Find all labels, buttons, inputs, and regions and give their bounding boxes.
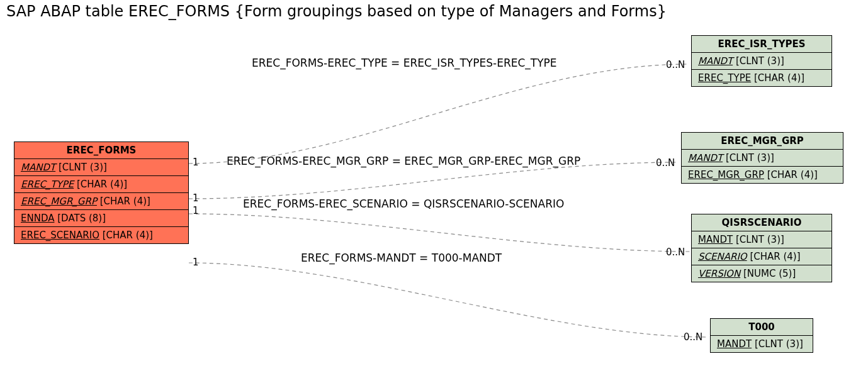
cardinality-left-4: 1: [193, 257, 199, 268]
entity-field: MANDT [CLNT (3)]: [711, 336, 813, 352]
entity-header: EREC_FORMS: [14, 142, 188, 159]
cardinality-left-3: 1: [193, 205, 199, 216]
entity-field: MANDT [CLNT (3)]: [692, 231, 831, 248]
cardinality-left-1: 1: [193, 157, 199, 168]
cardinality-right-2: 0..N: [656, 157, 675, 169]
entity-field: VERSION [NUMC (5)]: [692, 265, 831, 282]
cardinality-right-3: 0..N: [666, 247, 685, 258]
entity-qisrscenario: QISRSCENARIO MANDT [CLNT (3)] SCENARIO […: [691, 214, 832, 282]
entity-field: EREC_SCENARIO [CHAR (4)]: [14, 227, 188, 243]
relationship-label-3: EREC_FORMS-EREC_SCENARIO = QISRSCENARIO-…: [243, 197, 564, 210]
entity-header: QISRSCENARIO: [692, 214, 831, 231]
diagram-title: SAP ABAP table EREC_FORMS {Form grouping…: [6, 3, 667, 20]
relationship-label-4: EREC_FORMS-MANDT = T000-MANDT: [301, 252, 502, 264]
entity-t000: T000 MANDT [CLNT (3)]: [710, 318, 813, 353]
relationship-label-2: EREC_FORMS-EREC_MGR_GRP = EREC_MGR_GRP-E…: [227, 155, 580, 167]
cardinality-right-4: 0..N: [684, 331, 702, 343]
entity-erec-mgr-grp: EREC_MGR_GRP MANDT [CLNT (3)] EREC_MGR_G…: [681, 132, 843, 184]
entity-field: EREC_MGR_GRP [CHAR (4)]: [14, 193, 188, 210]
entity-header: EREC_MGR_GRP: [682, 133, 843, 150]
entity-field: EREC_MGR_GRP [CHAR (4)]: [682, 167, 843, 183]
diagram-canvas: { "title": "SAP ABAP table EREC_FORMS {F…: [0, 0, 868, 366]
cardinality-right-1: 0..N: [666, 59, 685, 70]
entity-field: EREC_TYPE [CHAR (4)]: [692, 70, 831, 86]
entity-erec-isr-types: EREC_ISR_TYPES MANDT [CLNT (3)] EREC_TYP…: [691, 35, 832, 87]
cardinality-left-2: 1: [193, 192, 199, 204]
relationship-label-1: EREC_FORMS-EREC_TYPE = EREC_ISR_TYPES-ER…: [252, 57, 557, 69]
entity-header: T000: [711, 319, 813, 336]
entity-field: MANDT [CLNT (3)]: [692, 53, 831, 70]
entity-field: MANDT [CLNT (3)]: [682, 150, 843, 167]
entity-header: EREC_ISR_TYPES: [692, 36, 831, 53]
entity-erec-forms: EREC_FORMS MANDT [CLNT (3)] EREC_TYPE [C…: [14, 141, 189, 244]
entity-field: ENNDA [DATS (8)]: [14, 210, 188, 227]
entity-field: MANDT [CLNT (3)]: [14, 159, 188, 176]
entity-field: SCENARIO [CHAR (4)]: [692, 248, 831, 265]
entity-field: EREC_TYPE [CHAR (4)]: [14, 176, 188, 193]
